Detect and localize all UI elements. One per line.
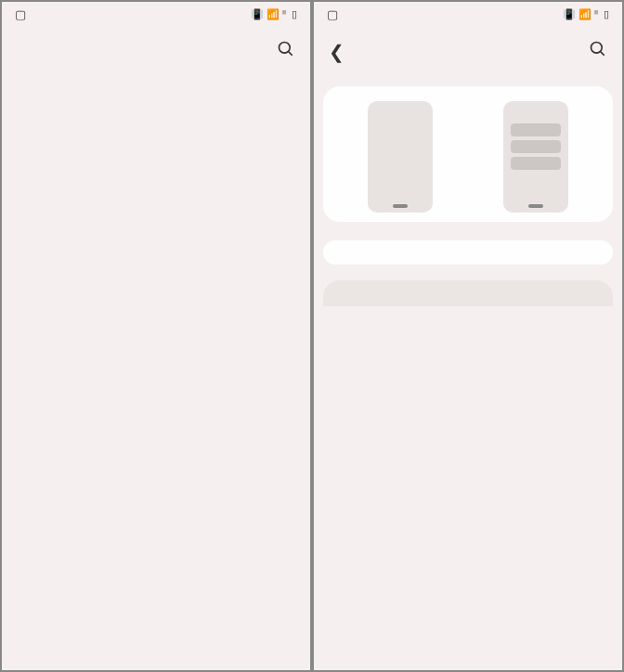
status-bar: ▢ 📳 📶 ᴵᴵ ▯ [314,2,622,27]
edit-button[interactable] [393,204,408,208]
svg-point-0 [280,43,291,54]
lockscreen-settings-screen: ▢ 📳 📶 ᴵᴵ ▯ ❮ [312,0,624,672]
status-time: ▢ [327,7,338,21]
lockscreen-header: ❮ [314,27,622,72]
back-button[interactable]: ❮ [329,41,345,63]
status-icons: 📳 📶 ᴵᴵ ▯ [563,8,609,20]
svg-point-2 [592,43,603,54]
settings-screen: ▢ 📳 📶 ᴵᴵ ▯ [0,0,312,672]
svg-line-1 [289,52,292,56]
status-time: ▢ [15,7,26,21]
search-icon[interactable] [589,40,607,63]
svg-line-3 [601,52,604,56]
widgets-preview[interactable] [503,101,568,218]
lockscreen-preview[interactable] [368,101,433,218]
about-card [323,240,613,265]
preview-card [323,86,613,222]
search-icon[interactable] [277,40,295,63]
status-icons: 📳 📶 ᴵᴵ ▯ [251,8,297,20]
status-bar: ▢ 📳 📶 ᴵᴵ ▯ [2,2,310,27]
looking-for-else[interactable] [323,280,613,306]
about-lock-screen[interactable] [323,240,613,265]
edit-button[interactable] [528,204,543,208]
settings-header [2,27,310,72]
